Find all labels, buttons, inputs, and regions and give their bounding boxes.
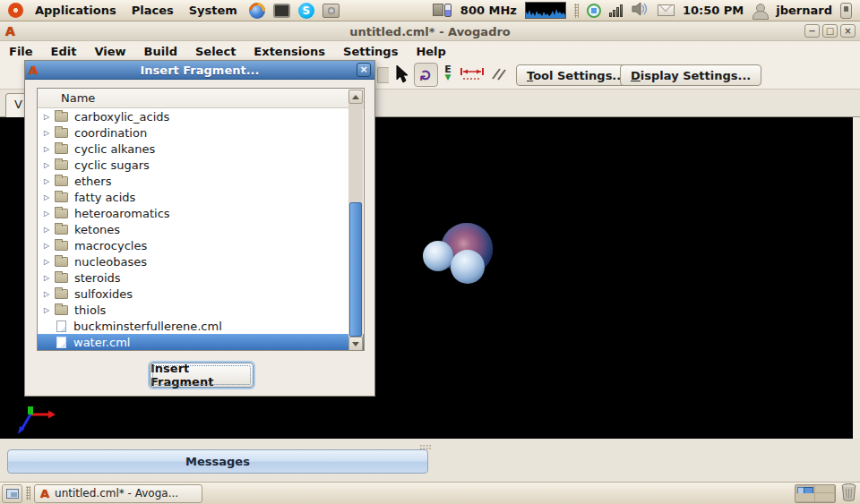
scroll-up-button[interactable] (348, 90, 363, 104)
username-label[interactable]: jbernard (776, 4, 832, 17)
tree-row-folder[interactable]: ▷steroids (38, 269, 364, 286)
expander-icon[interactable]: ▷ (44, 129, 55, 137)
bond-centric-tool-icon[interactable] (489, 66, 507, 85)
expander-icon[interactable]: ▷ (44, 145, 55, 153)
session-power-icon[interactable] (840, 3, 852, 19)
menu-view[interactable]: View (85, 43, 134, 60)
workspace-switcher[interactable] (795, 484, 836, 503)
menu-settings[interactable]: Settings (334, 43, 407, 60)
tree-row-folder[interactable]: ▷fatty acids (38, 189, 364, 205)
expander-icon[interactable]: ▷ (44, 242, 55, 250)
trash-icon[interactable] (841, 483, 856, 504)
menu-build[interactable]: Build (135, 43, 186, 60)
maximize-button[interactable]: □ (822, 24, 838, 38)
update-notifier-icon[interactable] (587, 4, 601, 18)
workspace-4[interactable] (815, 493, 835, 502)
ubuntu-logo-icon[interactable] (8, 3, 23, 18)
panel-menu-system[interactable]: System (185, 2, 241, 19)
expander-icon[interactable]: ▷ (44, 209, 55, 218)
dialog-close-button[interactable]: × (357, 63, 371, 77)
screenshot-launcher-icon[interactable] (322, 4, 340, 18)
selection-tool-icon[interactable] (396, 65, 409, 86)
folder-icon (55, 160, 68, 170)
insert-fragment-button[interactable]: Insert Fragment (150, 363, 254, 388)
atom-hydrogen-sphere[interactable] (451, 250, 485, 284)
menu-bar: File Edit View Build Select Extensions S… (0, 41, 860, 61)
window-titlebar[interactable]: A untitled.cml* - Avogadro − □ × (0, 22, 860, 41)
tree-row-folder[interactable]: ▷ketones (38, 221, 364, 237)
avogadro-task-icon: A (40, 487, 49, 500)
panel-menu-places[interactable]: Places (128, 2, 177, 19)
folder-icon (55, 128, 68, 138)
tree-row-folder[interactable]: ▷cyclic alkanes (38, 141, 364, 157)
menu-help[interactable]: Help (407, 43, 454, 60)
scrollbar-thumb[interactable] (349, 202, 362, 337)
tree-row-folder[interactable]: ▷heteroaromatics (38, 205, 364, 221)
auto-optimize-tool-icon[interactable]: E ▼ (442, 64, 454, 81)
display-settings-button[interactable]: Display Settings... (620, 64, 761, 86)
clock[interactable]: 10:50 PM (683, 4, 744, 17)
list-scrollbar[interactable] (348, 90, 363, 351)
task-button-avogadro[interactable]: A untitled.cml* - Avoga... (34, 484, 202, 503)
workspace-3[interactable] (796, 493, 815, 502)
navigate-rotate-icon: ↻ (417, 68, 435, 81)
tree-row-folder[interactable]: ▷carboxylic_acids (38, 108, 364, 124)
expander-icon[interactable]: ▷ (44, 226, 55, 234)
expander-icon[interactable]: ▷ (44, 193, 55, 201)
workspace-1[interactable] (796, 485, 815, 494)
expander-icon[interactable]: ▷ (44, 177, 55, 185)
folder-icon (55, 176, 68, 186)
dialog-titlebar[interactable]: A Insert Fragment... × (25, 61, 374, 80)
menu-file[interactable]: File (0, 43, 42, 60)
tree-row-folder[interactable]: ▷thiols (38, 302, 364, 318)
expander-icon[interactable]: ▷ (44, 113, 55, 121)
skype-launcher-icon[interactable]: S (298, 3, 314, 19)
fragment-tree: Name ▷carboxylic_acids ▷coordination ▷cy… (37, 88, 365, 351)
close-button[interactable]: × (840, 24, 856, 38)
menu-select[interactable]: Select (186, 43, 245, 60)
avogadro-window-icon: A (5, 25, 19, 38)
messages-dock-button[interactable]: Messages (7, 449, 428, 474)
workspace-2[interactable] (815, 485, 835, 494)
draw-tool-icon[interactable] (377, 67, 389, 83)
navigate-tool-button[interactable]: ↻ (414, 63, 438, 87)
minimize-button[interactable]: − (804, 24, 820, 38)
panel-menu-applications[interactable]: Applications (31, 2, 120, 19)
tree-row-folder[interactable]: ▷sulfoxides (38, 286, 364, 302)
tree-row-folder[interactable]: ▷ethers (38, 173, 364, 189)
mail-icon[interactable] (658, 4, 675, 16)
network-signal-icon[interactable] (609, 4, 624, 17)
tree-row-folder[interactable]: ▷coordination (38, 124, 364, 141)
dialog-title: Insert Fragment... (25, 64, 374, 77)
expander-icon[interactable]: ▷ (44, 161, 55, 169)
column-header-name[interactable]: Name (38, 89, 364, 108)
cpu-frequency-icon[interactable] (433, 4, 452, 18)
tree-row-folder[interactable]: ▷nucleobases (38, 253, 364, 269)
expander-icon[interactable]: ▷ (44, 274, 55, 282)
scroll-down-button[interactable] (348, 337, 363, 351)
show-desktop-button[interactable] (2, 484, 22, 503)
panel-grip-handle[interactable] (574, 4, 579, 18)
tree-row-file[interactable]: buckminsterfullerene.cml (38, 318, 364, 334)
menu-edit[interactable]: Edit (42, 43, 86, 60)
terminal-launcher-icon[interactable] (273, 4, 290, 18)
expander-icon[interactable]: ▷ (44, 306, 55, 314)
taskbar-grip-handle[interactable] (26, 486, 30, 500)
tree-row-folder[interactable]: ▷macrocycles (38, 237, 364, 253)
scroll-up-icon (352, 95, 359, 99)
volume-icon[interactable] (632, 2, 649, 19)
tree-row-folder[interactable]: ▷cyclic sugars (38, 157, 364, 173)
expander-icon[interactable]: ▷ (44, 258, 55, 266)
avogadro-dialog-icon: A (29, 64, 38, 77)
tool-settings-button[interactable]: Tool Settings... (516, 64, 636, 86)
expander-icon[interactable]: ▷ (44, 290, 55, 298)
menu-extensions[interactable]: Extensions (245, 43, 334, 60)
atom-hydrogen-sphere[interactable] (423, 241, 453, 271)
cpu-frequency-label[interactable]: 800 MHz (460, 4, 517, 17)
cpu-usage-graph[interactable] (525, 2, 566, 19)
firefox-launcher-icon[interactable] (249, 3, 265, 19)
measure-tool-icon[interactable] (460, 67, 485, 84)
tree-row-file-selected[interactable]: water.cml (38, 334, 364, 350)
folder-icon (55, 225, 68, 235)
user-avatar-icon[interactable] (752, 4, 768, 18)
